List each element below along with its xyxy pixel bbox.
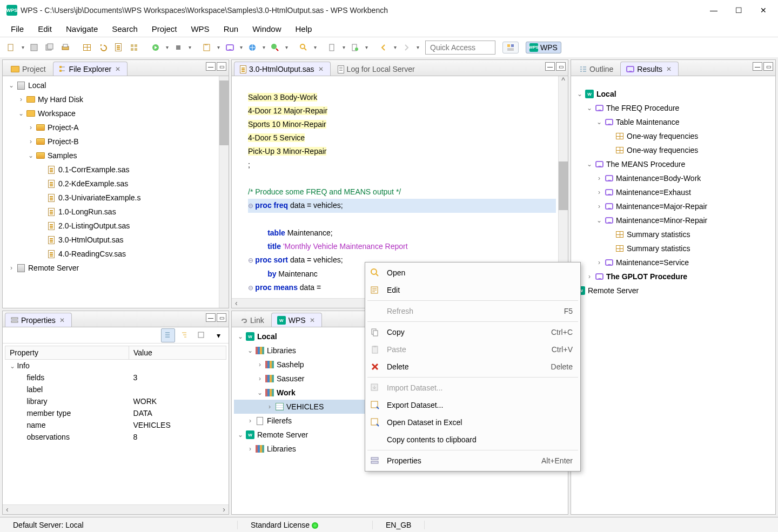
- undo-icon[interactable]: [96, 41, 110, 55]
- new-dropdown[interactable]: ▾: [20, 44, 25, 50]
- sas-file-icon: [240, 65, 246, 73]
- tab-wps[interactable]: WWPS✕: [271, 313, 322, 327]
- ctx-open-excel[interactable]: Open Dataset in Excel: [365, 414, 580, 431]
- close-tab-icon[interactable]: ✕: [308, 316, 316, 324]
- minimize-pane-icon[interactable]: —: [545, 62, 555, 71]
- tab-properties[interactable]: Properties✕: [5, 313, 72, 327]
- app-icon: WPS: [6, 5, 17, 16]
- menu-search[interactable]: Search: [105, 22, 144, 36]
- tab-outline[interactable]: Outline: [573, 62, 619, 76]
- svg-rect-25: [59, 70, 62, 72]
- table-icon: [616, 147, 623, 153]
- scrollbar[interactable]: [219, 76, 229, 308]
- grid-icon[interactable]: [127, 41, 141, 55]
- comment-icon[interactable]: [223, 41, 237, 55]
- tool2-icon[interactable]: [348, 41, 362, 55]
- tool1-icon[interactable]: [325, 41, 339, 55]
- svg-rect-24: [59, 66, 62, 68]
- prop-tool1[interactable]: [161, 328, 175, 342]
- ctx-copy[interactable]: CopyCtrl+C: [365, 324, 580, 341]
- result-icon: [605, 203, 613, 210]
- results-tree[interactable]: ⌄WLocal ⌄The FREQ Procedure ⌄Table Maint…: [571, 76, 775, 514]
- maximize-pane-icon[interactable]: ▭: [217, 62, 226, 71]
- close-tab-icon[interactable]: ✕: [114, 65, 122, 73]
- open-perspective-button[interactable]: [502, 42, 519, 53]
- maximize-pane-icon[interactable]: ▭: [217, 313, 226, 322]
- svg-rect-38: [371, 457, 378, 460]
- tab-results[interactable]: Results✕: [620, 62, 679, 76]
- minimize-button[interactable]: —: [701, 2, 726, 19]
- scroll-right[interactable]: ›: [219, 505, 229, 514]
- tab-editor-file[interactable]: 3.0-HtmlOutput.sas✕: [234, 62, 331, 76]
- delete-icon: [370, 362, 380, 372]
- maximize-pane-icon[interactable]: ▭: [763, 62, 773, 71]
- window-title: WPS - C:\Users\jb\Documents\WPS Workspac…: [21, 6, 701, 15]
- close-tab-icon[interactable]: ✕: [317, 65, 325, 73]
- save-button[interactable]: [27, 41, 41, 55]
- context-menu: Open Edit RefreshF5 CopyCtrl+C PasteCtrl…: [365, 262, 581, 472]
- ctx-copy-contents[interactable]: Copy contents to clipboard: [365, 431, 580, 448]
- sas-file-icon: [48, 208, 55, 216]
- col-value[interactable]: Value: [129, 346, 226, 360]
- print-button[interactable]: [58, 41, 72, 55]
- wps-perspective-button[interactable]: WPSWPS: [526, 42, 561, 53]
- back-button[interactable]: [377, 41, 391, 55]
- ctx-export[interactable]: Export Dataset...: [365, 396, 580, 414]
- tab-file-explorer[interactable]: File Explorer✕: [53, 62, 128, 76]
- wps-icon: W: [585, 90, 594, 98]
- svg-rect-32: [373, 331, 378, 336]
- menu-navigate[interactable]: Navigate: [59, 22, 104, 36]
- ctx-edit[interactable]: Edit: [365, 281, 580, 299]
- file-explorer-tree[interactable]: ⌄Local ›My Hard Disk ⌄Workspace ›Project…: [3, 76, 219, 308]
- menu-file[interactable]: File: [4, 22, 30, 36]
- prop-menu[interactable]: ▾: [211, 328, 225, 342]
- tab-link[interactable]: Link: [234, 313, 270, 327]
- quick-access-input[interactable]: [425, 41, 495, 55]
- run-ext-icon[interactable]: [268, 41, 282, 55]
- script-icon[interactable]: [111, 41, 125, 55]
- svg-rect-1: [31, 44, 37, 51]
- prop-tool2[interactable]: [178, 328, 192, 342]
- libraries-icon: [256, 347, 264, 354]
- properties-icon: [370, 456, 380, 466]
- menu-edit[interactable]: Edit: [31, 22, 58, 36]
- ctx-open[interactable]: Open: [365, 264, 580, 281]
- globe-icon[interactable]: [245, 41, 259, 55]
- menu-run[interactable]: Run: [217, 22, 245, 36]
- ctx-delete[interactable]: DeleteDelete: [365, 358, 580, 375]
- col-property[interactable]: Property: [5, 346, 129, 360]
- run-button[interactable]: [149, 41, 163, 55]
- svg-rect-6: [131, 44, 133, 47]
- scroll-left[interactable]: ‹: [3, 505, 12, 514]
- forward-button[interactable]: [399, 41, 413, 55]
- close-tab-icon[interactable]: ✕: [58, 316, 66, 324]
- tab-project[interactable]: Project: [5, 62, 52, 76]
- folder-icon: [36, 124, 45, 131]
- search-icon[interactable]: [297, 41, 311, 55]
- ctx-properties[interactable]: PropertiesAlt+Enter: [365, 452, 580, 469]
- tab-log[interactable]: Log for Local Server: [332, 62, 421, 76]
- library-icon: [265, 389, 274, 396]
- save-all-button[interactable]: [43, 41, 57, 55]
- svg-rect-34: [373, 346, 377, 347]
- menu-window[interactable]: Window: [246, 22, 287, 36]
- table-icon[interactable]: [80, 41, 94, 55]
- maximize-pane-icon[interactable]: ▭: [556, 62, 566, 71]
- close-tab-icon[interactable]: ✕: [665, 65, 673, 73]
- scroll-left[interactable]: ‹: [232, 299, 241, 308]
- minimize-pane-icon[interactable]: —: [206, 313, 216, 322]
- server-icon: [17, 82, 25, 90]
- minimize-pane-icon[interactable]: —: [206, 62, 216, 71]
- menu-project[interactable]: Project: [145, 22, 184, 36]
- prop-tool3[interactable]: [194, 328, 209, 342]
- notes-icon[interactable]: [200, 41, 214, 55]
- sas-file-icon: [48, 250, 55, 258]
- new-button[interactable]: [4, 41, 18, 55]
- maximize-button[interactable]: ☐: [726, 2, 751, 19]
- run-dropdown[interactable]: ▾: [164, 44, 170, 50]
- minimize-pane-icon[interactable]: —: [753, 62, 762, 71]
- menu-wps[interactable]: WPS: [184, 22, 216, 36]
- menu-help[interactable]: Help: [289, 22, 319, 36]
- stop-button[interactable]: [171, 41, 185, 55]
- close-button[interactable]: ✕: [751, 2, 776, 19]
